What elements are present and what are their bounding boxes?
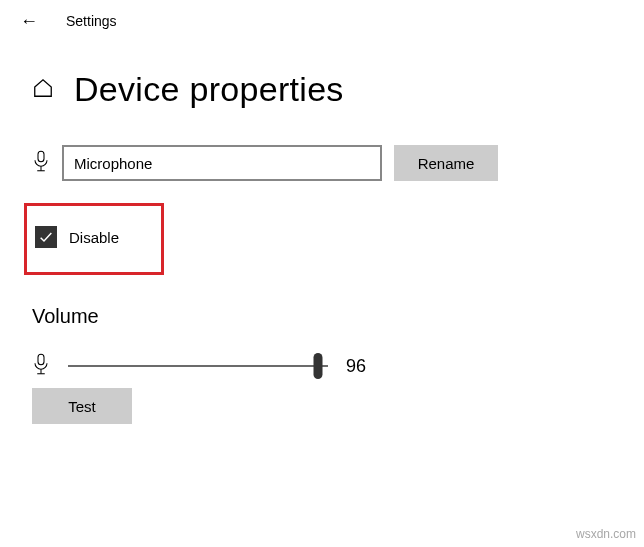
volume-slider[interactable] (68, 354, 328, 378)
svg-rect-0 (38, 151, 44, 162)
window-title: Settings (66, 13, 117, 29)
disable-highlight-box: Disable (24, 203, 164, 275)
watermark: wsxdn.com (576, 527, 636, 541)
volume-slider-track (68, 365, 328, 367)
disable-checkbox[interactable] (35, 226, 57, 248)
disable-label: Disable (69, 229, 119, 246)
volume-heading: Volume (32, 305, 624, 328)
test-button[interactable]: Test (32, 388, 132, 424)
microphone-icon (32, 149, 50, 177)
device-name-input[interactable] (62, 145, 382, 181)
rename-button[interactable]: Rename (394, 145, 498, 181)
volume-value: 96 (346, 356, 376, 377)
back-button[interactable]: ← (20, 12, 38, 30)
home-icon[interactable] (32, 77, 54, 103)
volume-microphone-icon (32, 352, 50, 380)
device-name-row: Rename (32, 145, 624, 181)
page-title: Device properties (74, 70, 344, 109)
svg-rect-3 (38, 354, 44, 365)
volume-slider-thumb[interactable] (313, 353, 322, 379)
